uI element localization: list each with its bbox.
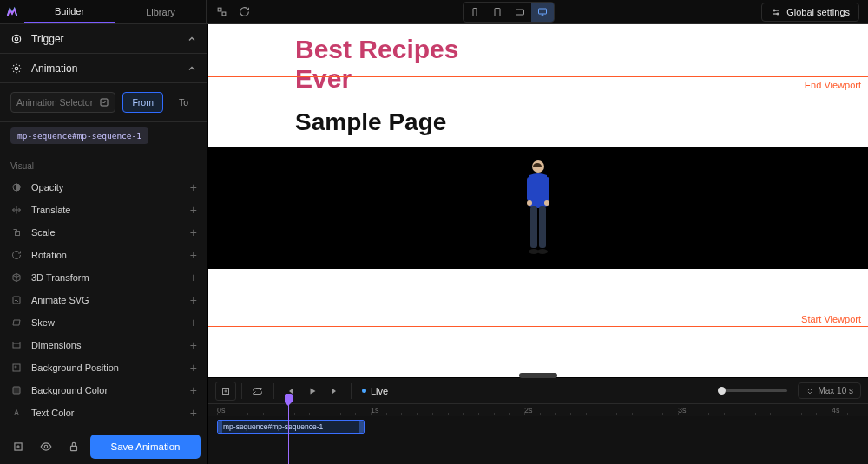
device-desktop[interactable] bbox=[531, 3, 554, 22]
keyframe-add-icon[interactable] bbox=[215, 382, 236, 401]
prop-scale[interactable]: Scale+ bbox=[0, 221, 207, 244]
svg-rect-1 bbox=[222, 12, 226, 16]
animation-selector-input[interactable] bbox=[10, 92, 115, 113]
svg-point-10 bbox=[15, 67, 18, 70]
device-tablet-landscape[interactable] bbox=[509, 3, 531, 22]
device-switcher bbox=[463, 2, 555, 23]
clip-handle-left[interactable] bbox=[218, 421, 222, 433]
svg-point-26 bbox=[527, 200, 532, 206]
skew-icon bbox=[10, 317, 23, 329]
plus-icon: + bbox=[190, 383, 197, 397]
live-indicator[interactable]: Live bbox=[362, 386, 388, 396]
bg-color-icon bbox=[10, 384, 23, 396]
max-duration-button[interactable]: Max 10 s bbox=[798, 382, 861, 399]
plus-icon: + bbox=[190, 225, 197, 239]
section-trigger[interactable]: Trigger bbox=[0, 24, 207, 54]
bg-position-icon bbox=[10, 362, 23, 374]
prop-translate[interactable]: Translate+ bbox=[0, 199, 207, 221]
selected-element-chip[interactable]: mp-sequence#mp-sequence-1 bbox=[10, 127, 148, 144]
prop-rotation[interactable]: Rotation+ bbox=[0, 244, 207, 266]
save-animation-button[interactable]: Save Animation bbox=[90, 435, 201, 459]
svg-rect-25 bbox=[544, 177, 549, 201]
playhead[interactable] bbox=[288, 404, 289, 464]
svg-rect-18 bbox=[13, 387, 20, 394]
svg-rect-4 bbox=[516, 10, 523, 15]
expand-icon[interactable] bbox=[210, 3, 233, 22]
clip-label: mp-sequence#mp-sequence-1 bbox=[223, 422, 323, 431]
tab-builder[interactable]: Builder bbox=[24, 0, 115, 23]
target-icon bbox=[10, 33, 23, 45]
timeline-tracks[interactable]: mp-sequence#mp-sequence-1 bbox=[208, 416, 868, 464]
selector-picker-icon[interactable] bbox=[99, 97, 109, 108]
svg-point-8 bbox=[12, 35, 20, 42]
loop-icon[interactable] bbox=[247, 382, 268, 401]
to-button[interactable]: To bbox=[170, 92, 197, 113]
section-animation[interactable]: Animation bbox=[0, 54, 207, 83]
end-viewport-label: End Viewport bbox=[805, 80, 861, 90]
opacity-icon bbox=[10, 181, 23, 193]
device-tablet-portrait[interactable] bbox=[486, 3, 509, 22]
svg-point-27 bbox=[544, 200, 549, 206]
tick-4: 4s bbox=[832, 406, 840, 415]
svg-rect-22 bbox=[71, 446, 77, 450]
prop-opacity[interactable]: Opacity+ bbox=[0, 176, 207, 199]
app-logo bbox=[0, 0, 24, 24]
start-viewport-line bbox=[208, 326, 868, 327]
plus-icon: + bbox=[190, 316, 197, 330]
prop-3d-transform[interactable]: 3D Transform+ bbox=[0, 266, 207, 289]
prop-text-color[interactable]: Text Color+ bbox=[0, 402, 207, 424]
clip-handle-right[interactable] bbox=[359, 421, 364, 433]
start-viewport-label: Start Viewport bbox=[801, 314, 861, 324]
plus-icon: + bbox=[190, 203, 197, 217]
svg-rect-24 bbox=[527, 177, 532, 201]
property-list: Opacity+ Translate+ Scale+ Rotation+ 3D … bbox=[0, 176, 207, 428]
zoom-slider[interactable] bbox=[718, 389, 787, 392]
timeline-resize-handle[interactable] bbox=[519, 373, 557, 378]
topbar: Builder Library Global settings bbox=[0, 0, 868, 24]
group-visual-label: Visual bbox=[0, 153, 207, 176]
plus-icon: + bbox=[190, 248, 197, 262]
rotation-icon bbox=[10, 249, 23, 261]
prop-animate-svg[interactable]: Animate SVG+ bbox=[0, 289, 207, 311]
page-heading-black: Sample Page bbox=[295, 108, 458, 136]
preview-icon[interactable] bbox=[35, 437, 57, 456]
svg-rect-0 bbox=[218, 8, 221, 11]
video-element[interactable] bbox=[208, 147, 868, 269]
svg-point-7 bbox=[777, 13, 779, 15]
prop-dimensions[interactable]: Dimensions+ bbox=[0, 334, 207, 356]
svg-point-31 bbox=[537, 249, 548, 254]
svg-rect-15 bbox=[13, 343, 20, 348]
from-button[interactable]: From bbox=[122, 92, 163, 113]
svg-point-6 bbox=[773, 10, 775, 11]
chevron-up-icon bbox=[187, 34, 197, 44]
tick-0: 0s bbox=[217, 406, 226, 415]
prop-bg-color[interactable]: Background Color+ bbox=[0, 379, 207, 402]
svg-icon bbox=[10, 294, 23, 306]
timeline-clip[interactable]: mp-sequence#mp-sequence-1 bbox=[217, 420, 365, 434]
animation-label: Animation bbox=[31, 62, 178, 75]
tab-library[interactable]: Library bbox=[115, 0, 207, 23]
svg-rect-3 bbox=[495, 8, 500, 16]
svg-rect-5 bbox=[538, 9, 546, 14]
page-heading-pink: Best Recipes Ever bbox=[295, 35, 458, 93]
timeline-ruler[interactable]: 0s 1s 2s 3s 4s bbox=[208, 404, 868, 416]
lock-icon[interactable] bbox=[62, 437, 85, 456]
prop-skew[interactable]: Skew+ bbox=[0, 311, 207, 334]
tick-1: 1s bbox=[371, 406, 379, 415]
svg-point-21 bbox=[44, 445, 48, 448]
plus-icon: + bbox=[190, 293, 197, 307]
person-figure bbox=[516, 156, 560, 260]
svg-rect-2 bbox=[473, 8, 477, 16]
prop-bg-position[interactable]: Background Position+ bbox=[0, 356, 207, 379]
animation-icon bbox=[10, 62, 23, 75]
cube-icon bbox=[10, 271, 23, 284]
play-icon[interactable] bbox=[302, 382, 323, 401]
tick-2: 2s bbox=[524, 406, 533, 415]
refresh-icon[interactable] bbox=[233, 3, 255, 22]
skip-end-icon[interactable] bbox=[325, 382, 345, 401]
device-mobile[interactable] bbox=[464, 3, 486, 22]
canvas[interactable]: Best Recipes Ever Sample Page End Viewpo… bbox=[208, 24, 868, 377]
add-layer-icon[interactable] bbox=[7, 437, 30, 456]
global-settings-button[interactable]: Global settings bbox=[761, 3, 859, 22]
scale-icon bbox=[10, 226, 23, 239]
